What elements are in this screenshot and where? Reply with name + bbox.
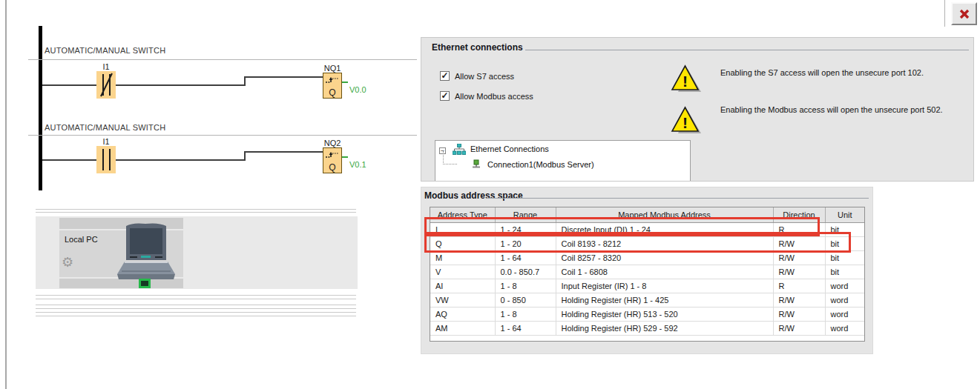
allow-modbus-access-label: Allow Modbus access <box>455 92 533 101</box>
table-spacer-row <box>430 336 864 342</box>
coil2-label: NQ2 <box>317 139 348 147</box>
svg-text:!: ! <box>683 73 688 90</box>
coil1-label: NQ1 <box>317 64 348 73</box>
coil1-output[interactable]: Q <box>323 73 342 99</box>
table-row: V 0.0 - 850.7 Coil 1 - 6808 R/W bit <box>430 265 864 279</box>
s7-warning-text: Enabling the S7 access will open the uns… <box>720 68 973 77</box>
cell: Coil 8257 - 8320 <box>556 251 773 265</box>
network-view-line <box>36 312 356 313</box>
coil1-letter: Q <box>323 88 341 97</box>
modbus-warning-text: Enabling the Modbus access will open the… <box>720 105 973 114</box>
connections-tree: − Ethernet Connections Connection1(Modbu… <box>435 140 691 182</box>
col-header-unit: Unit <box>825 207 864 223</box>
table-row: M 1 - 64 Coil 8257 - 8320 R/W bit <box>430 251 864 265</box>
coil2-operand-connector <box>342 156 348 158</box>
check-icon: ✓ <box>441 90 448 101</box>
coil2-operand: V0.1 <box>349 160 366 169</box>
rung2-wire-mid <box>116 159 246 161</box>
network-view-line <box>36 305 356 305</box>
tree-root-item[interactable]: Ethernet Connections <box>470 144 549 153</box>
cell: 1 - 64 <box>495 251 556 265</box>
modbus-title-rule <box>487 198 869 199</box>
network-view-line <box>36 295 356 296</box>
rung1-wire-left <box>42 84 96 86</box>
network-view-line <box>36 308 356 309</box>
ethernet-port-icon[interactable] <box>139 279 151 288</box>
normally-closed-contact-icon <box>96 71 116 99</box>
allow-modbus-access-checkbox[interactable]: ✓ <box>440 91 450 101</box>
network1-separator <box>28 59 417 60</box>
ethernet-network-icon <box>453 144 466 155</box>
edge-signal-icon <box>326 152 339 159</box>
cell: AQ <box>430 307 495 322</box>
cell: Holding Register (HR) 1 - 425 <box>556 293 773 307</box>
cell: word <box>825 293 864 307</box>
rung1-wire-right <box>246 76 323 78</box>
cell: 1 - 64 <box>495 322 556 336</box>
network1-title: AUTOMATIC/MANUAL SWITCH <box>45 46 165 55</box>
device-label: Local PC <box>65 235 98 244</box>
network2-separator <box>28 135 417 136</box>
contact2-no[interactable] <box>96 146 116 173</box>
warning-icon: ! <box>671 64 702 93</box>
cell: R/W <box>773 293 825 307</box>
cell: AI <box>430 279 495 293</box>
gear-icon[interactable]: ⚙ <box>62 256 73 269</box>
network-view-line <box>36 316 356 316</box>
cell: bit <box>825 265 864 279</box>
cell: R <box>773 279 825 293</box>
cell: word <box>825 322 864 336</box>
coil1-operand-connector <box>342 82 348 83</box>
cell: R/W <box>773 307 825 322</box>
contact1-nc[interactable] <box>96 71 116 99</box>
warning-icon: ! <box>671 106 702 134</box>
cell: R/W <box>773 322 825 336</box>
cell: V <box>430 265 495 279</box>
cell: 0.0 - 850.7 <box>495 265 556 279</box>
close-button[interactable] <box>951 2 977 25</box>
cell: AM <box>430 322 495 336</box>
ethernet-title-rule <box>525 50 969 50</box>
cell: VW <box>430 293 495 307</box>
ladder-power-rail <box>39 26 42 190</box>
modbus-connection-icon <box>470 159 482 169</box>
coil2-output[interactable]: Q <box>323 147 342 173</box>
cell: 1 - 8 <box>495 279 556 293</box>
coil1-operand: V0.0 <box>349 85 366 94</box>
allow-s7-access-checkbox[interactable]: ✓ <box>440 71 450 81</box>
cell: word <box>825 279 864 293</box>
ethernet-panel-title: Ethernet connections <box>432 42 523 53</box>
allow-s7-access-label: Allow S7 access <box>455 72 514 81</box>
contact2-label: I1 <box>91 137 122 146</box>
cell: 1 - 8 <box>495 307 556 322</box>
highlight-box-row-q <box>424 232 851 253</box>
table-row: AQ 1 - 8 Holding Register (HR) 513 - 520… <box>430 307 864 322</box>
laptop-icon <box>110 221 182 283</box>
titlebar-divider <box>944 0 945 27</box>
table-row: VW 0 - 850 Holding Register (HR) 1 - 425… <box>430 293 864 307</box>
cell: 0 - 850 <box>495 293 556 307</box>
window-left-border <box>5 0 7 389</box>
modbus-panel-title: Modbus address space <box>424 190 523 201</box>
cell: Input Register (IR) 1 - 8 <box>556 279 773 293</box>
contact1-label: I1 <box>91 62 122 71</box>
tree-child-item[interactable]: Connection1(Modbus Server) <box>487 160 594 169</box>
svg-text:!: ! <box>683 114 688 131</box>
local-pc-device[interactable]: Local PC ⚙ <box>59 218 183 288</box>
cell: Coil 1 - 6808 <box>556 265 773 279</box>
rung1-wire-mid <box>116 84 246 86</box>
cell: R/W <box>773 265 825 279</box>
cell: bit <box>825 251 864 265</box>
modbus-address-space-panel: Modbus address space Address Type Range … <box>421 187 873 354</box>
network-view-line <box>36 209 356 210</box>
network-view-line <box>36 212 356 213</box>
screenshot-root: AUTOMATIC/MANUAL SWITCH I1 NQ1 Q V0.0 AU… <box>0 0 980 389</box>
cell: Holding Register (HR) 529 - 592 <box>556 322 773 336</box>
rung2-wire-left <box>42 159 96 161</box>
table-row: AM 1 - 64 Holding Register (HR) 529 - 59… <box>430 322 864 336</box>
cell: Holding Register (HR) 513 - 520 <box>556 307 773 322</box>
close-icon <box>957 7 972 21</box>
network2-title: AUTOMATIC/MANUAL SWITCH <box>45 123 165 132</box>
network-view-strip: Local PC ⚙ <box>36 216 358 289</box>
cell: M <box>430 251 495 265</box>
